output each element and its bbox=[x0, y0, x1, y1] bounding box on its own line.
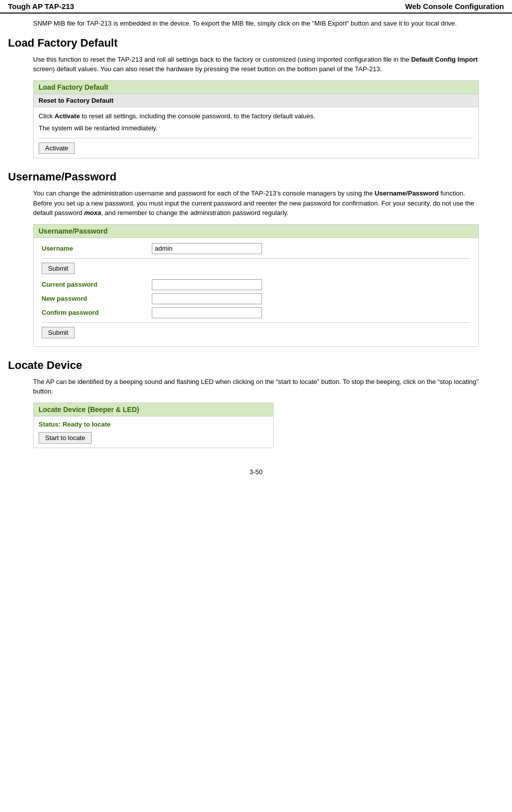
new-password-input[interactable] bbox=[152, 293, 262, 304]
new-password-label: New password bbox=[42, 295, 152, 302]
username-label: Username bbox=[42, 245, 152, 252]
header-right: Web Console Configuration bbox=[405, 2, 504, 11]
username-row: Username bbox=[42, 243, 470, 254]
password-divider bbox=[42, 322, 470, 323]
up-desc-part1: You can change the administration userna… bbox=[33, 189, 375, 197]
up-panel-body: Username Submit Current password New pas… bbox=[34, 238, 478, 346]
click-bold: Activate bbox=[55, 112, 80, 120]
snmp-intro-text: SNMP MIB file for TAP-213 is embedded in… bbox=[33, 19, 479, 29]
load-factory-desc-part2: screen) default values. You can also res… bbox=[33, 65, 382, 73]
username-input[interactable] bbox=[152, 243, 262, 254]
load-factory-heading: Load Factory Default bbox=[8, 37, 504, 50]
submit-button-2[interactable]: Submit bbox=[42, 327, 75, 338]
load-factory-panel-title: Load Factory Default bbox=[34, 81, 478, 94]
system-restart-text: The system will be restarted immediately… bbox=[39, 123, 473, 134]
password-section: Current password New password Confirm pa… bbox=[42, 279, 470, 318]
locate-device-desc: The AP can be identified by a beeping so… bbox=[33, 377, 479, 396]
click-text-post: to reset all settings, including the con… bbox=[80, 112, 315, 120]
click-text-pre: Click bbox=[39, 112, 55, 120]
username-divider bbox=[42, 258, 470, 259]
up-desc-bold: Username/Password bbox=[375, 189, 439, 197]
confirm-password-input[interactable] bbox=[152, 307, 262, 318]
username-password-desc: You can change the administration userna… bbox=[33, 188, 479, 218]
header-left: Tough AP TAP-213 bbox=[8, 2, 74, 11]
up-desc-part3: , and remember to change the administrat… bbox=[101, 209, 289, 217]
username-password-panel: Username/Password Username Submit Curren… bbox=[33, 224, 479, 347]
page-number: 3-50 bbox=[249, 468, 263, 476]
load-factory-desc-part1: Use this function to reset the TAP-213 a… bbox=[33, 56, 411, 63]
username-password-heading: Username/Password bbox=[8, 170, 504, 183]
locate-device-panel: Locate Device (Beeper & LED) Status: Rea… bbox=[33, 402, 274, 448]
activate-button[interactable]: Activate bbox=[39, 142, 75, 154]
current-password-label: Current password bbox=[42, 281, 152, 288]
page-footer: 3-50 bbox=[8, 468, 504, 476]
page-header: Tough AP TAP-213 Web Console Configurati… bbox=[0, 0, 512, 14]
submit-button-1[interactable]: Submit bbox=[42, 263, 75, 274]
up-desc-italic: moxa bbox=[84, 209, 101, 217]
confirm-password-label: Confirm password bbox=[42, 309, 152, 316]
load-factory-panel: Load Factory Default Reset to Factory De… bbox=[33, 80, 479, 159]
confirm-password-row: Confirm password bbox=[42, 307, 470, 318]
panel-divider bbox=[39, 138, 473, 138]
new-password-row: New password bbox=[42, 293, 470, 304]
locate-panel-title: Locate Device (Beeper & LED) bbox=[34, 403, 273, 417]
submit-row-1: Submit bbox=[42, 263, 470, 274]
up-panel-title: Username/Password bbox=[34, 225, 478, 238]
load-factory-desc-bold: Default Config Import bbox=[411, 56, 478, 63]
locate-device-heading: Locate Device bbox=[8, 359, 504, 372]
locate-status: Status: Ready to locate bbox=[39, 421, 268, 428]
main-content: SNMP MIB file for TAP-213 is embedded in… bbox=[0, 19, 512, 476]
current-password-row: Current password bbox=[42, 279, 470, 290]
load-factory-panel-body: Click Activate to reset all settings, in… bbox=[34, 107, 478, 158]
load-factory-desc: Use this function to reset the TAP-213 a… bbox=[33, 55, 479, 74]
current-password-input[interactable] bbox=[152, 279, 262, 290]
start-locate-button[interactable]: Start to locate bbox=[39, 432, 92, 444]
locate-panel-body: Status: Ready to locate Start to locate bbox=[34, 417, 273, 448]
load-factory-panel-subtitle: Reset to Factory Default bbox=[34, 94, 478, 107]
submit-row-2: Submit bbox=[42, 327, 470, 338]
load-factory-click-text: Click Activate to reset all settings, in… bbox=[39, 111, 473, 122]
